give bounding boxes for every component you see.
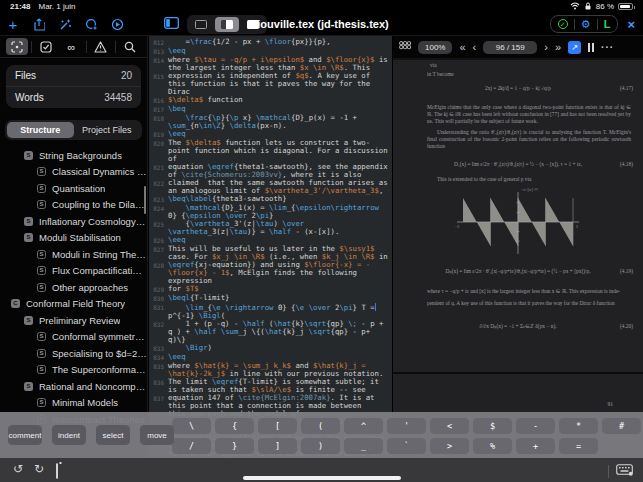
close-icon[interactable]: × xyxy=(627,17,635,32)
code-line[interactable]: 814where $\tau = -q/p + i\epsilon$ and $… xyxy=(149,56,392,72)
two-page-view-icon[interactable] xyxy=(588,43,594,52)
undo-icon[interactable]: ↺ xyxy=(13,462,23,476)
structure-item[interactable]: SCoupling to the Dilaton and B... xyxy=(0,197,147,214)
code-line[interactable]: 832 1 + (p -q) - \half (\hat{k}\sqrt{qp}… xyxy=(149,320,392,344)
structure-item[interactable]: SPreliminary Review xyxy=(0,312,147,329)
structure-item[interactable]: SFlux Compactifications and K... xyxy=(0,263,147,280)
home-indicator[interactable] xyxy=(243,476,401,480)
select-button[interactable]: select xyxy=(96,425,130,445)
key-)[interactable]: ) xyxy=(301,438,340,454)
new-project-icon[interactable] xyxy=(78,18,104,31)
code-line[interactable]: 824 \mathcal{D}_1(x) = \lim_{\epsilon\ri… xyxy=(149,204,392,220)
key--[interactable]: - xyxy=(516,418,555,434)
section-badge: S xyxy=(37,332,46,341)
key-'[interactable]: ' xyxy=(387,418,426,434)
words-value: 34458 xyxy=(104,92,132,103)
code-line[interactable]: 827This will be useful to us later in th… xyxy=(149,245,392,261)
structure-item[interactable]: CConformal Field Theory xyxy=(0,296,147,313)
key-+[interactable]: + xyxy=(516,438,555,454)
key-^[interactable]: ^ xyxy=(344,418,383,434)
first-page-icon[interactable]: « xyxy=(459,42,465,53)
structure-item[interactable]: SModuli in String Theory xyxy=(0,246,147,263)
typeset-ok-icon[interactable]: ✓ xyxy=(558,19,568,29)
code-line[interactable]: 820The $\delta$ function lets us constru… xyxy=(149,139,392,163)
more-options-icon[interactable]: ··· xyxy=(601,42,614,53)
structure-item[interactable]: SRational and Noncompact Th... xyxy=(0,378,147,395)
structure-item[interactable]: SInflationary Cosmology and T... xyxy=(0,213,147,230)
structure-item[interactable]: SSpecialising to $d=2$ and th... xyxy=(0,345,147,362)
code-line[interactable]: 822claimed that the same sawtooth functi… xyxy=(149,179,392,195)
focus-mode-icon[interactable] xyxy=(6,38,28,55)
thumbnails-icon[interactable] xyxy=(399,38,411,56)
typeset-play-icon[interactable] xyxy=(104,18,130,31)
todo-checkbox-icon[interactable] xyxy=(35,38,57,55)
code-line[interactable]: 818 \frac{\p}{\p x} \mathcal{D}_p(x) = -… xyxy=(149,114,392,130)
key-%[interactable]: % xyxy=(473,438,512,454)
view-split[interactable] xyxy=(215,17,239,32)
key-{[interactable]: { xyxy=(215,418,254,434)
structure-item-label: Conformal Field Theory xyxy=(26,298,125,309)
code-line[interactable]: 831 \lim_{\e \rightarrow 0} {\e \over 2\… xyxy=(149,303,392,320)
sidebar-scrollbar[interactable] xyxy=(144,186,146,214)
move-button[interactable]: move xyxy=(140,425,174,445)
tab-structure[interactable]: Structure xyxy=(7,122,74,138)
page-indicator[interactable]: 96 / 159 xyxy=(483,41,537,54)
latex-log-button[interactable]: L xyxy=(604,18,611,30)
sync-to-source-icon[interactable]: ↗ xyxy=(568,41,581,54)
key-`[interactable]: ` xyxy=(387,438,426,454)
pdf-paragraph: This is extended to the case of general … xyxy=(427,176,631,183)
zoom-level[interactable]: 100% xyxy=(418,41,452,54)
last-page-icon[interactable]: » xyxy=(555,42,561,53)
next-page-icon[interactable]: › xyxy=(544,42,548,53)
redo-icon[interactable]: ↻ xyxy=(34,462,44,476)
code-line[interactable]: 821equation \eqref{theta1-sawtooth}, see… xyxy=(149,163,392,179)
sidebar-toggle-icon[interactable] xyxy=(164,15,179,33)
key-\[interactable]: \ xyxy=(172,418,211,434)
key-=[interactable]: = xyxy=(559,438,598,454)
rotation-lock-icon xyxy=(584,2,592,12)
key-_[interactable]: _ xyxy=(344,438,383,454)
prev-page-icon[interactable]: ‹ xyxy=(473,42,477,53)
indent-button[interactable]: indent xyxy=(52,425,86,445)
structure-item[interactable]: SConformal symmetry in $d$... xyxy=(0,329,147,346)
view-editor-only[interactable] xyxy=(189,17,213,32)
code-line[interactable]: 815expression is independent of $q$. A k… xyxy=(149,72,392,96)
code-line[interactable]: 836The limit \eqref{T-limit} is somewhat… xyxy=(149,378,392,394)
code-line[interactable]: 835where $\hat{k} = \sum_j k_k$ and $\ha… xyxy=(149,362,392,378)
tab-project-files[interactable]: Project Files xyxy=(74,122,141,138)
code-line[interactable]: 830\beql{T-limit} xyxy=(149,294,392,303)
warnings-icon[interactable] xyxy=(90,38,112,55)
keyboard-dismiss-icon[interactable] xyxy=(616,462,633,480)
section-badge: S xyxy=(24,217,33,226)
search-icon[interactable] xyxy=(119,38,141,55)
line-number: 817 xyxy=(149,105,168,114)
structure-item[interactable]: SClassical Dynamics of String xyxy=(0,164,147,181)
key-}[interactable]: } xyxy=(215,438,254,454)
settings-gears-icon[interactable]: ⚙ xyxy=(581,19,591,30)
code-line[interactable]: 828\eqref{xj-equation}) and using $\floo… xyxy=(149,261,392,285)
key-/[interactable]: / xyxy=(172,438,211,454)
add-icon[interactable]: + xyxy=(0,16,26,33)
key-[[interactable]: [ xyxy=(258,418,297,434)
structure-item[interactable]: SMinimal Models xyxy=(0,395,147,412)
key-([interactable]: ( xyxy=(301,418,340,434)
key-][interactable]: ] xyxy=(258,438,297,454)
magic-wand-icon[interactable] xyxy=(52,18,78,31)
key-<[interactable]: < xyxy=(430,418,469,434)
key-#[interactable]: # xyxy=(602,418,641,434)
comment-button[interactable]: comment xyxy=(8,425,42,445)
code-line[interactable]: 837equation 147 of \cite{McElgin:2007ak}… xyxy=(149,394,392,410)
structure-item[interactable]: SString Backgrounds xyxy=(0,147,147,164)
key-*[interactable]: * xyxy=(559,418,598,434)
structure-item[interactable]: SQuantisation xyxy=(0,180,147,197)
structure-item[interactable]: SThe Superconformal Algebra xyxy=(0,362,147,379)
structure-item[interactable]: SOther approaches xyxy=(0,279,147,296)
key-$[interactable]: $ xyxy=(473,418,512,434)
structure-item[interactable]: SModuli Stabilisation xyxy=(0,230,147,247)
structure-item-label: Flux Compactifications and K... xyxy=(52,265,147,276)
paste-clipboard-icon[interactable] xyxy=(56,464,58,478)
infinity-icon[interactable]: ∞ xyxy=(60,38,82,55)
code-line[interactable]: 825 {\vartheta_3'(z|\tau) \over \varthet… xyxy=(149,220,392,236)
key->[interactable]: > xyxy=(430,438,469,454)
share-icon[interactable] xyxy=(26,18,52,31)
